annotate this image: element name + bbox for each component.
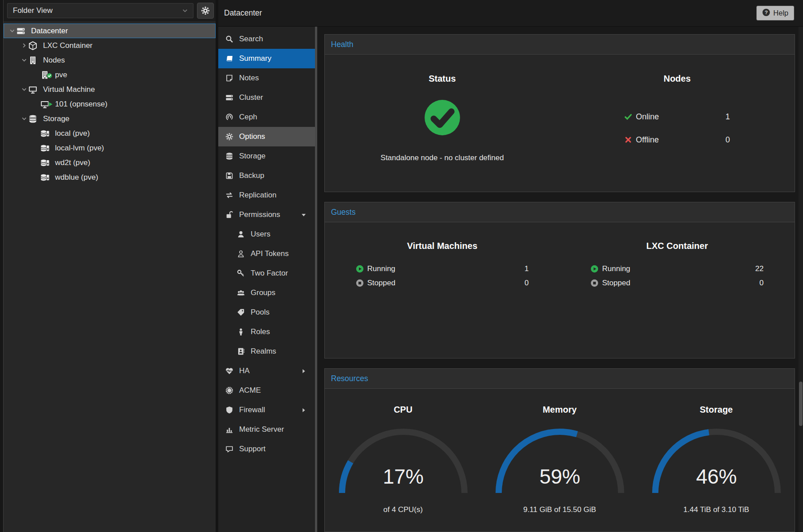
menu-item-support[interactable]: Support bbox=[218, 439, 315, 459]
node-status-value: 1 bbox=[725, 112, 730, 122]
menu-item-permissions[interactable]: Permissions bbox=[218, 205, 315, 225]
menu-item-groups[interactable]: Groups bbox=[218, 283, 315, 303]
menu-item-pools[interactable]: Pools bbox=[218, 303, 315, 322]
menu-item-label: Pools bbox=[251, 308, 270, 317]
chevron-down-icon[interactable] bbox=[20, 86, 28, 93]
unlock-icon bbox=[225, 211, 233, 219]
menu-item-label: Notes bbox=[239, 74, 259, 83]
chevron-down-icon[interactable] bbox=[8, 28, 16, 34]
tree-item-label: Nodes bbox=[43, 56, 65, 65]
menu-item-label: Cluster bbox=[239, 93, 263, 102]
guest-column-title: LXC Container bbox=[646, 241, 708, 251]
tree-item-label: wd2t (pve) bbox=[55, 158, 90, 167]
tree-item-pve[interactable]: pve bbox=[4, 67, 216, 82]
main-scrollbar-thumb[interactable] bbox=[799, 382, 803, 426]
main-scrollbar[interactable] bbox=[799, 27, 803, 532]
menu-item-metric-server[interactable]: Metric Server bbox=[218, 420, 315, 439]
key-icon bbox=[236, 269, 246, 277]
tree-item-local-pve[interactable]: local (pve) bbox=[4, 126, 216, 141]
view-settings-button[interactable] bbox=[197, 3, 214, 19]
menu-item-two-factor[interactable]: Two Factor bbox=[218, 264, 315, 283]
menu-item-firewall[interactable]: Firewall bbox=[218, 400, 315, 420]
menu-item-label: Backup bbox=[239, 171, 264, 180]
menu-item-realms[interactable]: Realms bbox=[218, 342, 315, 361]
menu-item-label: Firewall bbox=[239, 406, 265, 414]
chevron-down-icon bbox=[21, 86, 28, 93]
menu-item-notes[interactable]: Notes bbox=[218, 68, 315, 88]
chevron-down-icon bbox=[21, 57, 28, 63]
folder-view-label: Folder View bbox=[13, 6, 52, 15]
menu-item-ha[interactable]: HA bbox=[218, 361, 315, 381]
menu-item-users[interactable]: Users bbox=[218, 225, 315, 244]
heartbeat-icon bbox=[224, 367, 234, 375]
menu-item-replication[interactable]: Replication bbox=[218, 185, 315, 205]
menu-item-label: Permissions bbox=[239, 210, 280, 219]
guest-status-value: 0 bbox=[524, 279, 528, 288]
help-button[interactable]: ? Help bbox=[756, 6, 794, 20]
guest-column-virtual-machines: Virtual MachinesRunning1Stopped0 bbox=[325, 222, 560, 358]
tree-item-label: 101 (opnsense) bbox=[55, 100, 107, 109]
topbar: Datacenter ? Help bbox=[218, 0, 803, 27]
gear-icon bbox=[201, 6, 210, 15]
folder-view-dropdown[interactable]: Folder View bbox=[7, 3, 193, 18]
user-icon bbox=[237, 230, 245, 238]
tree-item-label: LXC Container bbox=[43, 41, 93, 50]
chevron-right-icon[interactable] bbox=[20, 42, 28, 49]
tree-item-wd2t-pve[interactable]: wd2t (pve) bbox=[4, 155, 216, 170]
menu-item-roles[interactable]: Roles bbox=[218, 322, 315, 342]
tree-item-storage[interactable]: Storage bbox=[4, 111, 216, 126]
menu-item-options[interactable]: Options bbox=[218, 127, 315, 146]
menu-item-label: Options bbox=[239, 132, 265, 141]
gauge-percent: 46% bbox=[696, 465, 736, 488]
ceph-icon bbox=[225, 113, 233, 121]
badge-icon bbox=[225, 386, 233, 394]
tree-item-datacenter[interactable]: Datacenter bbox=[4, 24, 216, 38]
database-icon bbox=[28, 114, 37, 123]
stop-circle-icon bbox=[590, 279, 598, 287]
check-icon bbox=[624, 113, 632, 121]
node-status-label: Online bbox=[636, 112, 659, 122]
status-message: Standalone node - no cluster defined bbox=[381, 154, 504, 162]
tree-item-wdblue-pve[interactable]: wdblue (pve) bbox=[4, 170, 216, 185]
menu-item-backup[interactable]: Backup bbox=[218, 166, 315, 185]
badge-icon bbox=[224, 386, 234, 394]
chevron-down-icon bbox=[21, 115, 28, 122]
unlock-icon bbox=[224, 211, 234, 219]
book-icon bbox=[224, 55, 234, 63]
shield-icon bbox=[224, 406, 234, 414]
sync-icon bbox=[224, 191, 234, 199]
svg-text:?: ? bbox=[764, 9, 768, 16]
menu-item-ceph[interactable]: Ceph bbox=[218, 107, 315, 127]
chevron-down-icon bbox=[181, 7, 189, 14]
chart-bars-icon bbox=[225, 426, 233, 433]
gauge-subtitle: 9.11 GiB of 15.50 GiB bbox=[523, 505, 596, 514]
database-disk-icon bbox=[40, 129, 49, 138]
play-circle-icon bbox=[590, 265, 598, 273]
database-disk-icon bbox=[40, 144, 49, 153]
tree-item-virtual-machine[interactable]: Virtual Machine bbox=[4, 82, 216, 97]
chevron-right-icon bbox=[21, 42, 28, 49]
menu-item-storage[interactable]: Storage bbox=[218, 146, 315, 166]
person-icon bbox=[237, 328, 245, 336]
tree-item-101-opnsense[interactable]: 101 (opnsense) bbox=[4, 97, 216, 111]
menu-item-acme[interactable]: ACME bbox=[218, 381, 315, 400]
chevron-down-icon[interactable] bbox=[20, 57, 28, 63]
note-icon bbox=[224, 74, 234, 82]
tree-item-local-lvm-pve[interactable]: local-lvm (pve) bbox=[4, 141, 216, 155]
menu-item-search[interactable]: Search bbox=[218, 29, 315, 49]
caret-right-icon bbox=[300, 368, 307, 374]
cluster-status-column: Status Standalone node - no cluster defi… bbox=[325, 55, 560, 192]
database-icon bbox=[224, 152, 234, 160]
tree-item-lxc-container[interactable]: LXC Container bbox=[4, 38, 216, 53]
check-circle-icon bbox=[424, 99, 461, 138]
play-icon bbox=[47, 101, 54, 110]
tree-item-nodes[interactable]: Nodes bbox=[4, 53, 216, 67]
chevron-down-icon[interactable] bbox=[20, 115, 28, 122]
menu-item-api-tokens[interactable]: API Tokens bbox=[218, 244, 315, 264]
floppy-icon bbox=[225, 172, 233, 180]
menu-item-summary[interactable]: Summary bbox=[218, 49, 315, 68]
menu-item-cluster[interactable]: Cluster bbox=[218, 88, 315, 107]
cube-icon bbox=[28, 41, 37, 50]
content-row: SearchSummaryNotesClusterCephOptionsStor… bbox=[218, 27, 803, 532]
menu-item-label: Summary bbox=[239, 54, 272, 63]
